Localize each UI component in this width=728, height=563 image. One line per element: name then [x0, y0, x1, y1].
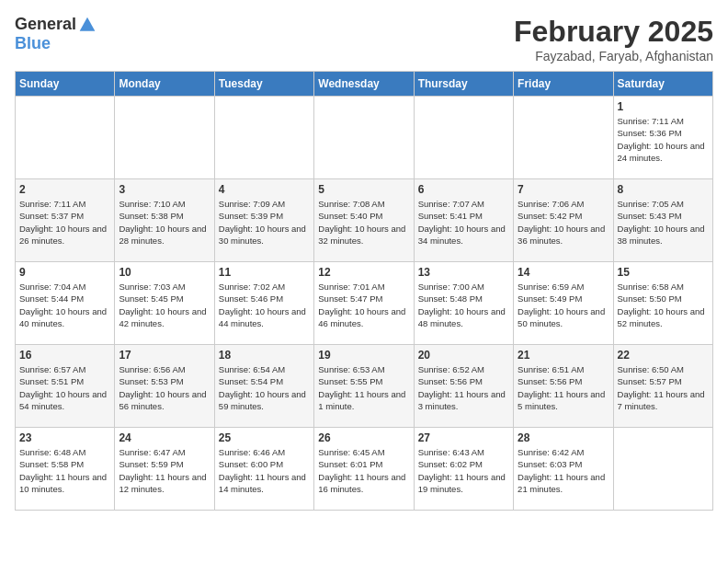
- day-number: 24: [119, 431, 210, 444]
- day-info: Sunrise: 7:08 AM Sunset: 5:40 PM Dayligh…: [318, 198, 409, 247]
- calendar-cell: 20Sunrise: 6:52 AM Sunset: 5:56 PM Dayli…: [414, 345, 513, 428]
- calendar-cell: 16Sunrise: 6:57 AM Sunset: 5:51 PM Dayli…: [16, 345, 115, 428]
- day-number: 18: [219, 349, 310, 362]
- day-info: Sunrise: 6:51 AM Sunset: 5:56 PM Dayligh…: [518, 363, 609, 412]
- calendar-day-header: Wednesday: [314, 72, 414, 97]
- day-info: Sunrise: 6:45 AM Sunset: 6:01 PM Dayligh…: [318, 446, 409, 495]
- calendar-week-row: 2Sunrise: 7:11 AM Sunset: 5:37 PM Daylig…: [16, 179, 713, 262]
- calendar-week-row: 1Sunrise: 7:11 AM Sunset: 5:36 PM Daylig…: [16, 97, 713, 179]
- day-number: 13: [418, 266, 509, 279]
- day-number: 21: [518, 349, 609, 362]
- day-info: Sunrise: 7:10 AM Sunset: 5:38 PM Dayligh…: [119, 198, 210, 247]
- day-number: 8: [618, 183, 709, 196]
- logo-icon: [78, 16, 97, 34]
- day-info: Sunrise: 6:48 AM Sunset: 5:58 PM Dayligh…: [19, 446, 110, 495]
- day-number: 10: [119, 266, 210, 279]
- calendar-cell: [414, 97, 513, 179]
- calendar-cell: 8Sunrise: 7:05 AM Sunset: 5:43 PM Daylig…: [613, 179, 712, 262]
- calendar-cell: [514, 97, 613, 179]
- day-info: Sunrise: 7:07 AM Sunset: 5:41 PM Dayligh…: [418, 198, 509, 247]
- calendar-cell: 12Sunrise: 7:01 AM Sunset: 5:47 PM Dayli…: [314, 262, 414, 345]
- day-number: 20: [418, 349, 509, 362]
- logo-general-text: General: [15, 15, 76, 34]
- calendar-cell: 7Sunrise: 7:06 AM Sunset: 5:42 PM Daylig…: [514, 179, 613, 262]
- calendar-cell: 24Sunrise: 6:47 AM Sunset: 5:59 PM Dayli…: [115, 428, 214, 511]
- day-info: Sunrise: 7:05 AM Sunset: 5:43 PM Dayligh…: [618, 198, 709, 247]
- calendar-table: SundayMondayTuesdayWednesdayThursdayFrid…: [15, 71, 713, 511]
- day-info: Sunrise: 6:57 AM Sunset: 5:51 PM Dayligh…: [19, 363, 110, 412]
- svg-marker-0: [80, 17, 96, 30]
- day-number: 26: [318, 431, 409, 444]
- calendar-week-row: 9Sunrise: 7:04 AM Sunset: 5:44 PM Daylig…: [16, 262, 713, 345]
- day-number: 3: [119, 183, 210, 196]
- calendar-day-header: Saturday: [613, 72, 712, 97]
- day-number: 17: [119, 349, 210, 362]
- day-info: Sunrise: 6:54 AM Sunset: 5:54 PM Dayligh…: [219, 363, 310, 412]
- day-number: 15: [618, 266, 709, 279]
- calendar-cell: 19Sunrise: 6:53 AM Sunset: 5:55 PM Dayli…: [314, 345, 414, 428]
- calendar-cell: 1Sunrise: 7:11 AM Sunset: 5:36 PM Daylig…: [613, 97, 712, 179]
- location-title: Fayzabad, Faryab, Afghanistan: [514, 49, 713, 63]
- day-number: 9: [19, 266, 110, 279]
- day-info: Sunrise: 6:53 AM Sunset: 5:55 PM Dayligh…: [318, 363, 409, 412]
- day-info: Sunrise: 7:06 AM Sunset: 5:42 PM Dayligh…: [518, 198, 609, 247]
- calendar-day-header: Friday: [514, 72, 613, 97]
- day-info: Sunrise: 7:09 AM Sunset: 5:39 PM Dayligh…: [219, 198, 310, 247]
- day-number: 27: [418, 431, 509, 444]
- day-number: 19: [318, 349, 409, 362]
- calendar-cell: 27Sunrise: 6:43 AM Sunset: 6:02 PM Dayli…: [414, 428, 513, 511]
- calendar-cell: [16, 97, 115, 179]
- calendar-cell: 22Sunrise: 6:50 AM Sunset: 5:57 PM Dayli…: [613, 345, 712, 428]
- calendar-cell: 11Sunrise: 7:02 AM Sunset: 5:46 PM Dayli…: [214, 262, 313, 345]
- calendar-week-row: 23Sunrise: 6:48 AM Sunset: 5:58 PM Dayli…: [16, 428, 713, 511]
- day-info: Sunrise: 6:58 AM Sunset: 5:50 PM Dayligh…: [618, 281, 709, 329]
- calendar-cell: 17Sunrise: 6:56 AM Sunset: 5:53 PM Dayli…: [115, 345, 214, 428]
- day-number: 28: [518, 431, 609, 444]
- calendar-cell: 15Sunrise: 6:58 AM Sunset: 5:50 PM Dayli…: [613, 262, 712, 345]
- calendar-cell: [314, 97, 414, 179]
- month-title: February 2025: [514, 15, 713, 49]
- calendar-day-header: Thursday: [414, 72, 513, 97]
- calendar-cell: 14Sunrise: 6:59 AM Sunset: 5:49 PM Dayli…: [514, 262, 613, 345]
- calendar-cell: 28Sunrise: 6:42 AM Sunset: 6:03 PM Dayli…: [514, 428, 613, 511]
- calendar-cell: [115, 97, 214, 179]
- calendar-header-row: SundayMondayTuesdayWednesdayThursdayFrid…: [16, 72, 713, 97]
- calendar-cell: [214, 97, 313, 179]
- page-header: General Blue February 2025 Fayzabad, Far…: [15, 15, 713, 63]
- day-number: 16: [19, 349, 110, 362]
- calendar-day-header: Monday: [115, 72, 214, 97]
- calendar-cell: [613, 428, 712, 511]
- calendar-cell: 6Sunrise: 7:07 AM Sunset: 5:41 PM Daylig…: [414, 179, 513, 262]
- day-number: 22: [618, 349, 709, 362]
- calendar-cell: 5Sunrise: 7:08 AM Sunset: 5:40 PM Daylig…: [314, 179, 414, 262]
- calendar-cell: 25Sunrise: 6:46 AM Sunset: 6:00 PM Dayli…: [214, 428, 313, 511]
- day-info: Sunrise: 6:50 AM Sunset: 5:57 PM Dayligh…: [618, 363, 709, 412]
- logo: General Blue: [15, 15, 97, 53]
- day-number: 23: [19, 431, 110, 444]
- day-info: Sunrise: 6:42 AM Sunset: 6:03 PM Dayligh…: [518, 446, 609, 495]
- day-info: Sunrise: 6:43 AM Sunset: 6:02 PM Dayligh…: [418, 446, 509, 495]
- calendar-cell: 4Sunrise: 7:09 AM Sunset: 5:39 PM Daylig…: [214, 179, 313, 262]
- day-number: 11: [219, 266, 310, 279]
- day-number: 2: [19, 183, 110, 196]
- day-number: 25: [219, 431, 310, 444]
- day-info: Sunrise: 7:03 AM Sunset: 5:45 PM Dayligh…: [119, 281, 210, 329]
- day-info: Sunrise: 6:47 AM Sunset: 5:59 PM Dayligh…: [119, 446, 210, 495]
- day-number: 7: [518, 183, 609, 196]
- day-info: Sunrise: 6:52 AM Sunset: 5:56 PM Dayligh…: [418, 363, 509, 412]
- calendar-body: 1Sunrise: 7:11 AM Sunset: 5:36 PM Daylig…: [16, 97, 713, 511]
- title-area: February 2025 Fayzabad, Faryab, Afghanis…: [514, 15, 713, 63]
- day-info: Sunrise: 6:46 AM Sunset: 6:00 PM Dayligh…: [219, 446, 310, 495]
- day-info: Sunrise: 7:02 AM Sunset: 5:46 PM Dayligh…: [219, 281, 310, 329]
- calendar-day-header: Sunday: [16, 72, 115, 97]
- day-info: Sunrise: 7:01 AM Sunset: 5:47 PM Dayligh…: [318, 281, 409, 329]
- logo-blue-text: Blue: [15, 34, 51, 53]
- calendar-cell: 13Sunrise: 7:00 AM Sunset: 5:48 PM Dayli…: [414, 262, 513, 345]
- day-number: 12: [318, 266, 409, 279]
- day-number: 6: [418, 183, 509, 196]
- calendar-cell: 26Sunrise: 6:45 AM Sunset: 6:01 PM Dayli…: [314, 428, 414, 511]
- calendar-cell: 23Sunrise: 6:48 AM Sunset: 5:58 PM Dayli…: [16, 428, 115, 511]
- day-number: 1: [618, 100, 709, 113]
- day-number: 4: [219, 183, 310, 196]
- calendar-cell: 3Sunrise: 7:10 AM Sunset: 5:38 PM Daylig…: [115, 179, 214, 262]
